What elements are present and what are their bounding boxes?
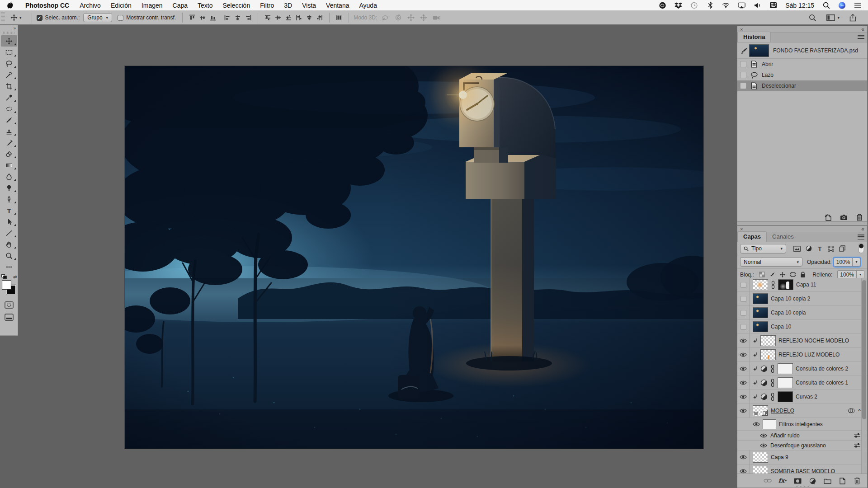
history-state-abrir[interactable]: Abrir — [737, 59, 867, 70]
layers-scrollbar-thumb[interactable] — [862, 280, 866, 419]
layer-row-capa-9[interactable]: Capa 9 — [737, 450, 867, 465]
align-center-icon[interactable] — [235, 14, 241, 21]
document-canvas[interactable] — [125, 66, 703, 449]
tool-zoom[interactable] — [1, 250, 17, 261]
3d-rotate-icon[interactable] — [382, 14, 389, 21]
layer-mask-thumbnail[interactable] — [778, 377, 793, 388]
layer-mask-thumbnail[interactable] — [778, 391, 793, 402]
eye-icon[interactable] — [740, 408, 747, 413]
layer-thumbnail[interactable] — [753, 293, 768, 304]
screen-mode-button[interactable] — [2, 312, 16, 322]
align-bottom-icon[interactable] — [210, 14, 216, 21]
auto-select-target-dropdown[interactable]: Grupo ▾ — [83, 13, 112, 22]
align-left-icon[interactable] — [224, 14, 231, 21]
layer-row-capa-10[interactable]: Capa 10 — [737, 320, 867, 334]
3d-pan-icon[interactable] — [407, 14, 415, 21]
layer-thumbnail[interactable] — [753, 321, 768, 332]
tool-quick-selection[interactable] — [1, 69, 17, 80]
dist-middle-icon[interactable] — [275, 14, 281, 21]
3d-camera-icon[interactable] — [433, 14, 441, 21]
layers-panel-menu-icon[interactable] — [858, 235, 864, 239]
toolbar-grip[interactable] — [3, 32, 15, 34]
menu-selecci-n[interactable]: Selección — [217, 0, 255, 10]
layer-thumbnail[interactable] — [753, 307, 768, 318]
show-transform-checkbox[interactable] — [118, 15, 123, 21]
eye-icon[interactable] — [760, 433, 767, 438]
adjustment-icon[interactable] — [760, 393, 768, 400]
history-close-icon[interactable]: × — [740, 27, 743, 32]
layer-visibility-toggle[interactable] — [737, 390, 750, 404]
wifi-icon[interactable] — [722, 1, 730, 9]
delete-layer-icon[interactable] — [853, 477, 861, 484]
tab-capas[interactable]: Capas — [737, 231, 767, 242]
collapse-smart-filters-icon[interactable]: ^ — [858, 408, 861, 413]
tool-healing-brush[interactable] — [1, 103, 17, 114]
dist-right-icon[interactable] — [316, 14, 323, 21]
filter-settings-icon[interactable] — [854, 442, 861, 448]
lock-paint-icon[interactable] — [769, 272, 775, 278]
tool-hand[interactable] — [1, 239, 17, 250]
opacity-dropdown-icon[interactable]: ▾ — [853, 258, 860, 267]
menu-imagen[interactable]: Imagen — [137, 0, 168, 10]
workspace-icon[interactable]: ▾ — [826, 14, 840, 21]
layer-row-capa-10-copia[interactable]: Capa 10 copia — [737, 306, 867, 320]
lock-transparent-icon[interactable] — [759, 272, 765, 277]
tool-move[interactable] — [1, 35, 17, 47]
layer-thumbnail[interactable] — [753, 466, 768, 474]
visibility-well[interactable] — [741, 310, 746, 316]
dist-spacing-icon[interactable] — [336, 14, 342, 21]
layer-visibility-toggle[interactable] — [737, 278, 750, 291]
menu-filtro[interactable]: Filtro — [255, 0, 279, 10]
toolbar-collapse[interactable]: » — [13, 25, 18, 31]
smart-filter-mask-thumbnail[interactable] — [763, 419, 776, 429]
layer-thumbnail[interactable] — [753, 279, 768, 290]
layer-thumbnail[interactable] — [760, 349, 776, 360]
tool-preset-chip[interactable]: ▾ — [9, 13, 24, 22]
tool-eyedropper[interactable] — [1, 92, 17, 103]
history-state-deseleccionar[interactable]: Deseleccionar — [737, 80, 867, 91]
auto-select-checkbox[interactable]: ✓ — [37, 15, 42, 21]
layer-mask-thumbnail[interactable] — [778, 363, 793, 374]
tool-type[interactable]: T — [1, 205, 17, 216]
smart-filter-row[interactable]: Añadir ruido — [737, 431, 867, 441]
tool-eraser[interactable] — [1, 148, 17, 160]
opacity-field[interactable]: 100% ▾ — [834, 258, 861, 267]
align-top-icon[interactable] — [189, 14, 195, 21]
align-right-icon[interactable] — [245, 14, 251, 21]
tool-dodge[interactable] — [1, 182, 17, 193]
eye-icon[interactable] — [740, 394, 747, 399]
delete-icon[interactable] — [855, 213, 863, 221]
tool-path-selection[interactable] — [1, 216, 17, 227]
layer-mask-thumbnail[interactable] — [778, 279, 793, 290]
layer-row-smart-filters[interactable]: Filtros inteligentes — [737, 418, 867, 431]
bluetooth-icon[interactable] — [706, 1, 714, 9]
smart-object-filter-icon[interactable] — [839, 245, 845, 252]
layer-thumbnail[interactable] — [753, 452, 768, 463]
visibility-well[interactable] — [741, 324, 746, 330]
dist-center-icon[interactable] — [306, 14, 312, 21]
opacity-value[interactable]: 100% — [834, 258, 853, 267]
tool-crop[interactable] — [1, 80, 17, 92]
lock-move-icon[interactable] — [779, 272, 786, 278]
type-filter-icon[interactable]: T — [817, 245, 823, 252]
layer-visibility-toggle[interactable] — [737, 334, 750, 347]
layers-collapse-icon[interactable]: « — [861, 226, 864, 232]
dist-left-icon[interactable] — [296, 14, 302, 21]
time-machine-icon[interactable] — [690, 1, 698, 9]
adjustment-icon[interactable] — [760, 365, 768, 372]
siri-icon[interactable] — [838, 1, 846, 9]
history-source-well[interactable] — [740, 61, 746, 67]
visibility-well[interactable] — [741, 282, 746, 288]
tool-history-brush[interactable] — [1, 137, 17, 148]
foreground-color[interactable] — [2, 280, 11, 290]
history-source-well[interactable] — [740, 83, 746, 89]
dist-top-icon[interactable] — [264, 14, 271, 21]
blend-mode-dropdown[interactable]: Normal ▾ — [740, 257, 802, 267]
airplay-icon[interactable] — [738, 1, 745, 9]
creative-cloud-icon[interactable] — [659, 1, 666, 9]
adjustment-filter-icon[interactable] — [806, 245, 812, 252]
tab-historia[interactable]: Historia — [737, 32, 771, 42]
menu-3d[interactable]: 3D — [279, 0, 297, 10]
swap-colors-icon[interactable]: ⇄ — [13, 274, 17, 279]
align-middle-icon[interactable] — [199, 14, 206, 21]
